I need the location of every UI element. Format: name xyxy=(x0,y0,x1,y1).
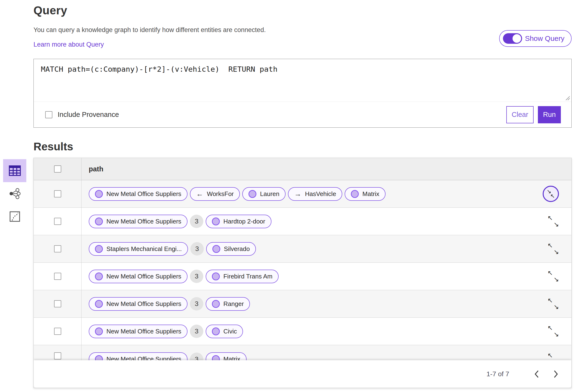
learn-more-link[interactable]: Learn more about Query xyxy=(34,41,104,48)
query-input[interactable]: MATCH path=(c:Company)-[r*2]-(v:Vehicle)… xyxy=(34,59,571,102)
link-chart-icon xyxy=(8,188,21,199)
entity-pill[interactable]: Firebird Trans Am xyxy=(206,270,279,283)
row-checkbox[interactable] xyxy=(54,273,61,280)
expand-arrows-icon: ↖ xyxy=(548,242,553,249)
toggle-switch-icon[interactable] xyxy=(503,33,522,44)
entity-label: Lauren xyxy=(260,190,279,198)
expand-arrows-icon: ↖ xyxy=(548,325,553,331)
row-checkbox[interactable] xyxy=(54,328,61,335)
entity-node-icon xyxy=(95,273,103,280)
relationship-label: WorksFor xyxy=(207,190,234,198)
relationship-pill[interactable]: →HasVehicle xyxy=(288,187,342,201)
expand-row-button[interactable]: ↖↘ xyxy=(548,297,559,310)
path-cell: New Metal Office Suppliers3Hardtop 2-doo… xyxy=(82,208,571,235)
row-checkbox[interactable] xyxy=(54,218,61,225)
show-query-toggle[interactable]: Show Query xyxy=(499,30,572,47)
pagination-prev-button[interactable] xyxy=(531,368,543,380)
link-chart-view-button[interactable] xyxy=(3,182,26,205)
expand-row-button[interactable]: ↖↘ xyxy=(548,270,559,283)
entity-pill[interactable]: Hardtop 2-door xyxy=(206,215,271,228)
entity-pill[interactable]: New Metal Office Suppliers xyxy=(89,270,187,283)
expand-row-button[interactable]: ↖↘ xyxy=(548,215,559,228)
table-row: New Metal Office Suppliers3Hardtop 2-doo… xyxy=(34,208,571,235)
collapse-arrows-icon: ↖ xyxy=(550,193,555,199)
expand-row-button[interactable]: ↖↘ xyxy=(548,325,559,338)
path-segments: New Metal Office Suppliers3Hardtop 2-doo… xyxy=(89,215,271,228)
resize-handle-icon[interactable] xyxy=(564,95,570,101)
query-actions-bar: Include Provenance Clear Run xyxy=(34,102,571,127)
relationship-count-badge[interactable]: 3 xyxy=(190,325,203,338)
table-row: New Metal Office Suppliers3Firebird Tran… xyxy=(34,263,571,290)
entity-pill[interactable]: Lauren xyxy=(242,187,286,201)
entity-pill[interactable]: New Metal Office Suppliers xyxy=(89,215,187,228)
path-cell: Staplers Mechanical Engi...3Silverado ↖↘ xyxy=(82,235,571,262)
show-query-label: Show Query xyxy=(525,34,564,42)
entity-label: Hardtop 2-door xyxy=(223,218,265,225)
expand-arrows-icon: ↖ xyxy=(548,215,553,221)
expand-arrows-icon: ↘ xyxy=(554,249,559,255)
chevron-left-icon xyxy=(533,370,540,379)
entity-pill[interactable]: New Metal Office Suppliers xyxy=(89,187,187,201)
include-provenance-checkbox[interactable] xyxy=(45,111,52,118)
entity-node-icon xyxy=(212,328,220,335)
entity-pill[interactable]: Staplers Mechanical Engi... xyxy=(89,242,188,256)
table-row: Staplers Mechanical Engi...3Silverado ↖↘ xyxy=(34,235,571,263)
include-provenance-label: Include Provenance xyxy=(58,111,119,118)
path-cell: New Metal Office Suppliers3Civic ↖↘ xyxy=(82,318,571,345)
clear-button[interactable]: Clear xyxy=(506,106,533,123)
relationship-count-badge[interactable]: 3 xyxy=(190,270,203,283)
entity-label: Civic xyxy=(223,328,237,335)
map-icon xyxy=(9,211,20,222)
path-segments: New Metal Office Suppliers←WorksForLaure… xyxy=(89,187,386,201)
relationship-pill[interactable]: ←WorksFor xyxy=(190,187,240,201)
select-all-checkbox[interactable] xyxy=(54,165,61,173)
relationship-count-badge[interactable]: 3 xyxy=(190,215,203,228)
path-cell: New Metal Office Suppliers3Ranger ↖↘ xyxy=(82,290,571,317)
entity-label: New Metal Office Suppliers xyxy=(106,190,181,198)
entity-node-icon xyxy=(212,245,220,253)
entity-pill[interactable]: Ranger xyxy=(206,297,250,311)
entity-node-icon xyxy=(248,190,256,198)
table-icon xyxy=(9,165,21,176)
path-segments: New Metal Office Suppliers3Ranger xyxy=(89,297,250,311)
toggle-knob xyxy=(512,34,521,43)
row-checkbox[interactable] xyxy=(54,352,61,359)
path-cell: New Metal Office Suppliers3Firebird Tran… xyxy=(82,263,571,290)
run-button[interactable]: Run xyxy=(538,106,561,123)
relationship-count-badge[interactable]: 3 xyxy=(190,297,203,311)
row-checkbox[interactable] xyxy=(54,300,61,307)
pagination-next-button[interactable] xyxy=(550,368,562,380)
expand-arrows-icon: ↖ xyxy=(548,352,553,359)
map-view-button[interactable] xyxy=(3,205,26,228)
row-checkbox[interactable] xyxy=(54,245,61,253)
entity-label: Staplers Mechanical Engi... xyxy=(106,245,182,253)
table-row: New Metal Office Suppliers←WorksForLaure… xyxy=(34,180,571,208)
entity-pill[interactable]: New Metal Office Suppliers xyxy=(89,325,187,338)
entity-label: Ranger xyxy=(223,300,244,308)
path-segments: New Metal Office Suppliers3Firebird Tran… xyxy=(89,270,279,283)
expand-row-button[interactable]: ↖↘ xyxy=(548,242,559,255)
entity-label: New Metal Office Suppliers xyxy=(106,328,181,335)
entity-node-icon xyxy=(95,245,103,253)
relationship-count-badge[interactable]: 3 xyxy=(190,242,204,255)
entity-pill[interactable]: Civic xyxy=(206,325,243,338)
arrow-right-icon: → xyxy=(294,190,301,197)
table-view-button[interactable] xyxy=(3,159,26,182)
table-header-row: path xyxy=(34,158,571,180)
entity-node-icon xyxy=(212,217,220,225)
entity-pill[interactable]: New Metal Office Suppliers xyxy=(89,297,187,311)
entity-label: Matrix xyxy=(362,190,379,198)
entity-label: Firebird Trans Am xyxy=(223,273,272,280)
column-header-path: path xyxy=(82,158,571,180)
collapse-row-button[interactable]: ↘↖ xyxy=(543,186,559,202)
row-checkbox[interactable] xyxy=(54,190,61,197)
entity-node-icon xyxy=(212,273,220,280)
expand-arrows-icon: ↘ xyxy=(554,304,559,310)
table-row: New Metal Office Suppliers3Ranger ↖↘ xyxy=(34,290,571,318)
entity-pill[interactable]: Matrix xyxy=(345,187,386,201)
include-provenance-option[interactable]: Include Provenance xyxy=(45,111,119,118)
entity-node-icon xyxy=(95,217,103,225)
entity-pill[interactable]: Silverado xyxy=(206,242,256,256)
path-cell: New Metal Office Suppliers←WorksForLaure… xyxy=(82,180,571,207)
entity-node-icon xyxy=(351,190,359,198)
